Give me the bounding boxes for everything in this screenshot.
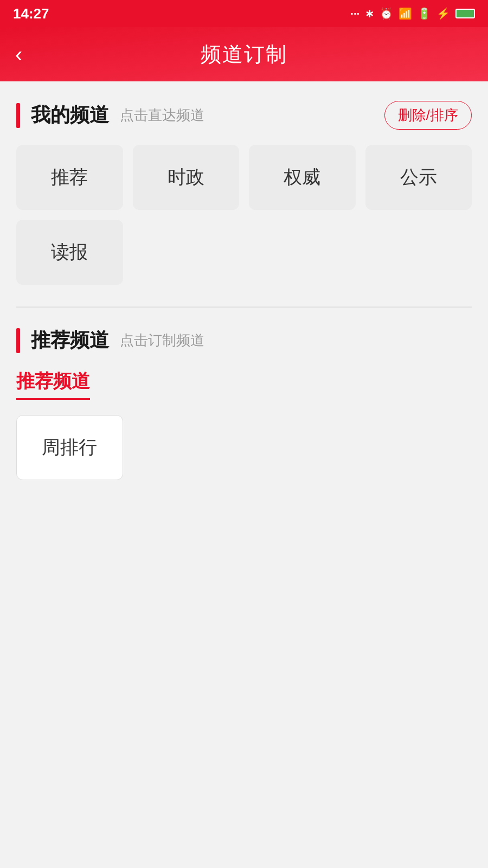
wifi-icon: 📶 xyxy=(399,7,412,20)
recommended-channels-title-group: 推荐频道 点击订制频道 xyxy=(16,327,204,354)
recommended-item-周排行[interactable]: 周排行 xyxy=(16,415,123,480)
content-area: 我的频道 点击直达频道 删除/排序 推荐 时政 权威 公示 读报 xyxy=(0,81,488,491)
channel-label: 时政 xyxy=(168,165,204,190)
battery-icon xyxy=(455,9,475,18)
edit-button[interactable]: 删除/排序 xyxy=(384,101,472,130)
my-channels-title-group: 我的频道 点击直达频道 xyxy=(16,102,204,129)
recommended-channels-subtitle: 点击订制频道 xyxy=(120,331,204,350)
section-bar-2 xyxy=(16,328,20,353)
recommended-channels-section: 推荐频道 点击订制频道 推荐频道 周排行 xyxy=(0,308,488,491)
channel-item-读报[interactable]: 读报 xyxy=(16,220,123,285)
section-bar xyxy=(16,103,20,128)
recommended-channels-title: 推荐频道 xyxy=(31,327,109,354)
status-icons: ··· ∗ ⏰ 📶 🔋 ⚡ xyxy=(350,7,475,20)
my-channels-header: 我的频道 点击直达频道 删除/排序 xyxy=(16,101,472,130)
status-bar: 14:27 ··· ∗ ⏰ 📶 🔋 ⚡ xyxy=(0,0,488,27)
recommended-tab-row: 推荐频道 xyxy=(16,369,472,400)
my-channels-grid: 推荐 时政 权威 公示 读报 xyxy=(16,145,472,285)
back-button[interactable]: ‹ xyxy=(15,42,22,67)
page-title: 频道订制 xyxy=(201,41,287,68)
bluetooth-icon: ∗ xyxy=(365,7,374,20)
my-channels-subtitle: 点击直达频道 xyxy=(120,106,204,125)
channel-label: 推荐 xyxy=(51,165,88,190)
channel-label: 读报 xyxy=(51,240,88,265)
recommended-channel-label: 周排行 xyxy=(42,435,97,460)
battery-x-icon: 🔋 xyxy=(418,7,431,20)
my-channels-section: 我的频道 点击直达频道 删除/排序 推荐 时政 权威 公示 读报 xyxy=(0,81,488,301)
status-time: 14:27 xyxy=(13,5,49,22)
charge-icon: ⚡ xyxy=(436,7,450,20)
header: ‹ 频道订制 xyxy=(0,27,488,81)
recommended-channels-grid: 周排行 xyxy=(16,415,472,480)
channel-item-公示[interactable]: 公示 xyxy=(365,145,472,210)
channel-label: 权威 xyxy=(284,165,320,190)
recommended-tab[interactable]: 推荐频道 xyxy=(16,369,90,400)
recommended-channels-header: 推荐频道 点击订制频道 xyxy=(16,327,472,354)
channel-item-推荐[interactable]: 推荐 xyxy=(16,145,123,210)
channel-item-时政[interactable]: 时政 xyxy=(133,145,240,210)
dots-icon: ··· xyxy=(350,8,359,20)
alarm-icon: ⏰ xyxy=(380,7,393,20)
channel-item-权威[interactable]: 权威 xyxy=(249,145,356,210)
channel-label: 公示 xyxy=(400,165,437,190)
my-channels-title: 我的频道 xyxy=(31,102,109,129)
